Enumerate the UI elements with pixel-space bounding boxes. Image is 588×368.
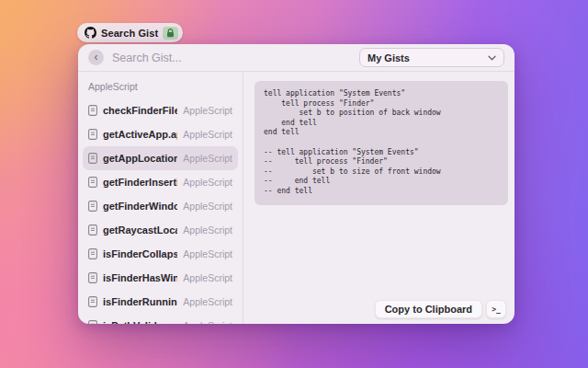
list-item[interactable]: getFinderInsertion... AppleScript	[83, 170, 238, 194]
gist-title: getRaycastLocatio...	[103, 224, 177, 236]
search-gist-window: ‹ My Gists AppleScript checkFinderFileEx…	[78, 44, 514, 324]
copy-to-clipboard-button[interactable]: Copy to Clipboard	[375, 300, 482, 318]
gist-title: checkFinderFileExi...	[103, 105, 177, 116]
gist-title: getAppLocation.ap...	[103, 153, 177, 164]
gist-tag: AppleScript	[183, 248, 232, 259]
chevron-down-icon	[488, 55, 496, 61]
list-item[interactable]: isFinderCollapsed.a... AppleScript	[83, 242, 238, 266]
gist-tag: AppleScript	[183, 129, 232, 140]
list-item[interactable]: isFinderHasWindow... AppleScript	[83, 266, 238, 290]
gist-tag: AppleScript	[183, 201, 232, 212]
document-icon	[88, 129, 97, 140]
applescript-code: tell application "System Events" tell pr…	[264, 89, 499, 197]
lock-badge	[163, 27, 178, 40]
list-item[interactable]: getActiveApp.apple... AppleScript	[83, 122, 238, 146]
section-header: AppleScript	[83, 79, 238, 98]
gist-list: AppleScript checkFinderFileExi... AppleS…	[78, 72, 243, 324]
gist-scope-dropdown[interactable]: My Gists	[359, 48, 504, 67]
list-item[interactable]: isFinderRunning.ap... AppleScript	[83, 290, 238, 314]
document-icon	[88, 320, 97, 324]
back-button[interactable]: ‹	[88, 50, 104, 65]
gist-tag: AppleScript	[183, 105, 232, 116]
back-chevron-icon: ‹	[95, 52, 98, 63]
gist-detail-panel: tell application "System Events" tell pr…	[243, 72, 514, 324]
gist-title: isFinderCollapsed.a...	[103, 248, 177, 259]
document-icon	[88, 224, 97, 236]
search-bar: ‹ My Gists	[78, 44, 514, 72]
search-input[interactable]	[112, 52, 351, 64]
list-item-selected[interactable]: getAppLocation.ap... AppleScript	[83, 146, 238, 170]
gist-title: isFinderRunning.ap...	[103, 296, 177, 307]
code-block: tell application "System Events" tell pr…	[254, 81, 508, 205]
document-icon	[88, 296, 97, 307]
github-icon	[85, 27, 96, 39]
gist-title: isFinderHasWindow...	[103, 272, 177, 283]
document-icon	[88, 105, 97, 116]
gist-tag: AppleScript	[183, 296, 232, 307]
gist-tag: AppleScript	[183, 177, 232, 188]
document-icon	[88, 272, 97, 283]
gist-tag: AppleScript	[183, 153, 232, 164]
list-item[interactable]: isPathValid.applesc... AppleScript	[83, 314, 238, 324]
document-icon	[88, 153, 97, 164]
lock-icon	[166, 29, 175, 38]
dropdown-value: My Gists	[368, 52, 410, 63]
gist-title: getActiveApp.apple...	[103, 129, 177, 140]
pill-title: Search Gist	[101, 28, 158, 39]
launcher-pill[interactable]: Search Gist	[77, 23, 183, 42]
document-icon	[88, 248, 97, 259]
gist-tag: AppleScript	[183, 320, 232, 324]
list-item[interactable]: getRaycastLocatio... AppleScript	[83, 218, 238, 242]
terminal-icon[interactable]: >_	[486, 300, 506, 318]
list-item[interactable]: getFinderWindowP... AppleScript	[83, 194, 238, 218]
gist-title: getFinderWindowP...	[103, 201, 177, 212]
gist-title: isPathValid.applesc...	[103, 320, 177, 324]
footer-actions: Copy to Clipboard >_	[375, 300, 506, 318]
gist-tag: AppleScript	[183, 224, 232, 236]
document-icon	[88, 177, 97, 188]
list-item[interactable]: checkFinderFileExi... AppleScript	[83, 98, 238, 122]
document-icon	[88, 201, 97, 212]
gist-tag: AppleScript	[183, 272, 232, 283]
gist-title: getFinderInsertion...	[103, 177, 177, 188]
window-body: AppleScript checkFinderFileExi... AppleS…	[78, 72, 514, 324]
